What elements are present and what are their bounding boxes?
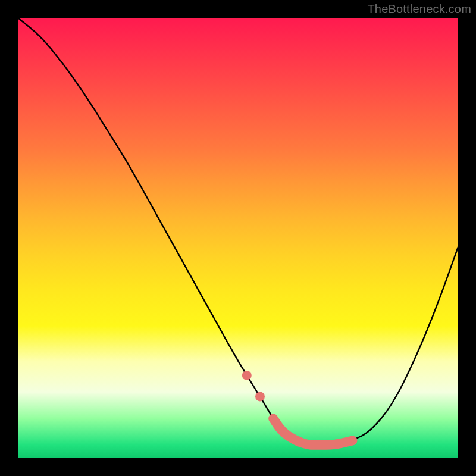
chart-frame: TheBottleneck.com — [0, 0, 476, 476]
watermark-text: TheBottleneck.com — [367, 2, 471, 16]
gradient-background — [18, 18, 458, 458]
